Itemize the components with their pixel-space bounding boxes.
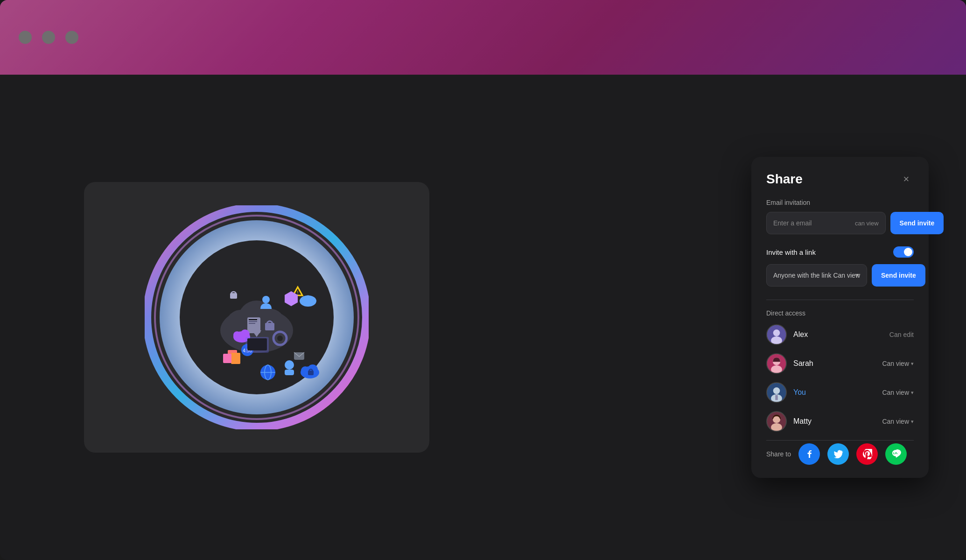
svg-point-49 — [771, 336, 782, 345]
cloud-illustration: ! — [140, 201, 373, 434]
share-dialog: Share × Email invitation can view Send i… — [751, 157, 929, 478]
user-name-alex: Alex — [793, 330, 889, 339]
email-section-label: Email invitation — [766, 199, 914, 206]
svg-rect-22 — [234, 293, 236, 296]
user-permission-alex: Can edit — [889, 331, 914, 338]
user-row-you: You Can view ▾ — [766, 382, 914, 403]
app-window: ! — [0, 0, 966, 560]
invite-link-toggle[interactable] — [893, 246, 914, 258]
facebook-share-button[interactable] — [798, 443, 820, 465]
traffic-light-maximize[interactable] — [65, 31, 78, 44]
link-permission-select[interactable]: Anyone with the link Can view Anyone wit… — [766, 264, 867, 287]
pinterest-icon — [862, 449, 872, 459]
email-row: can view Send invite — [766, 212, 914, 234]
share-to-label: Share to — [766, 450, 791, 458]
link-send-button[interactable]: Send invite — [872, 264, 925, 287]
svg-text:!: ! — [297, 290, 299, 295]
user-name-sarah: Sarah — [793, 359, 882, 368]
line-share-button[interactable] — [885, 443, 907, 465]
user-name-matty: Matty — [793, 417, 882, 426]
svg-point-28 — [233, 331, 241, 339]
cloud-svg: ! — [145, 205, 369, 429]
svg-rect-21 — [231, 293, 233, 296]
svg-rect-15 — [265, 323, 274, 330]
user-row-alex: Alex Can edit — [766, 324, 914, 345]
svg-point-59 — [771, 423, 782, 432]
close-button[interactable]: × — [899, 172, 914, 187]
share-title: Share — [766, 172, 803, 187]
svg-point-54 — [773, 387, 780, 394]
title-bar — [0, 0, 966, 75]
avatar-sarah — [766, 353, 787, 374]
share-to-row: Share to — [766, 440, 914, 465]
invite-link-label: Invite with a link — [766, 248, 816, 256]
email-input[interactable] — [773, 213, 855, 233]
avatar-matty — [766, 411, 787, 432]
avatar-you — [766, 382, 787, 403]
svg-point-23 — [262, 296, 270, 303]
avatar-alex — [766, 324, 787, 345]
svg-rect-41 — [308, 371, 314, 375]
image-container: ! — [84, 182, 429, 453]
can-view-label: can view — [855, 220, 879, 227]
link-access-row: Anyone with the link Can view Anyone wit… — [766, 264, 914, 287]
svg-rect-14 — [255, 325, 258, 331]
user-permission-matty[interactable]: Can view ▾ — [882, 418, 914, 425]
facebook-icon — [804, 449, 814, 459]
chevron-matty: ▾ — [911, 419, 914, 425]
svg-point-36 — [285, 360, 294, 370]
twitter-share-button[interactable] — [827, 443, 849, 465]
svg-rect-10 — [249, 319, 257, 320]
svg-rect-32 — [223, 354, 231, 363]
chevron-sarah: ▾ — [911, 361, 914, 367]
user-row-matty: Matty Can view ▾ — [766, 411, 914, 432]
main-content: ! — [0, 75, 966, 560]
svg-rect-31 — [231, 353, 240, 364]
direct-access-label: Direct access — [766, 309, 914, 317]
chevron-you: ▾ — [911, 390, 914, 396]
user-permission-sarah[interactable]: Can view ▾ — [882, 360, 914, 367]
svg-point-17 — [277, 336, 283, 341]
traffic-light-close[interactable] — [19, 31, 32, 44]
svg-point-52 — [771, 365, 782, 374]
twitter-icon — [833, 449, 843, 459]
traffic-light-minimize[interactable] — [42, 31, 55, 44]
user-row-sarah: Sarah Can view ▾ — [766, 353, 914, 374]
svg-rect-11 — [249, 321, 257, 322]
invite-link-row: Invite with a link — [766, 246, 914, 258]
svg-rect-56 — [775, 395, 777, 400]
user-name-you: You — [793, 388, 882, 397]
svg-rect-37 — [285, 370, 294, 375]
divider-top — [766, 300, 914, 300]
svg-rect-12 — [249, 323, 255, 324]
email-send-button[interactable]: Send invite — [890, 212, 944, 234]
user-permission-you[interactable]: Can view ▾ — [882, 389, 914, 396]
traffic-lights — [19, 31, 78, 44]
share-header: Share × — [766, 172, 914, 187]
svg-point-48 — [773, 329, 780, 336]
email-input-wrap: can view — [766, 212, 886, 234]
line-icon — [891, 449, 901, 459]
svg-rect-46 — [247, 338, 267, 350]
pinterest-share-button[interactable] — [856, 443, 878, 465]
